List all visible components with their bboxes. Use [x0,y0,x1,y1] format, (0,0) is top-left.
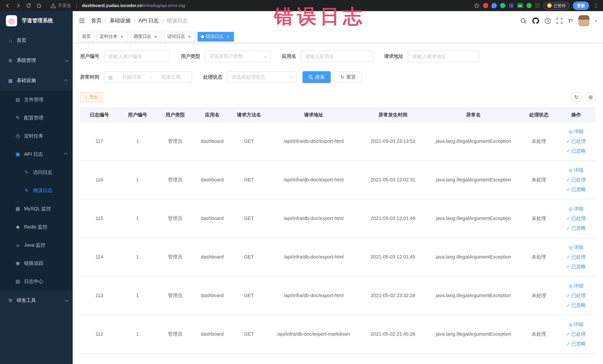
cell-app-name: dashboard [194,199,231,237]
sidebar-item-access-log[interactable]: ✎访问日志 [0,163,73,181]
sidebar-item-trace[interactable]: ◉链路追踪 [0,254,73,272]
sidebar-item-label: Java 监控 [24,242,68,248]
search-button[interactable]: 搜索 [302,71,331,83]
sidebar-item-mysql[interactable]: ▦MySQL 监控 [0,200,73,218]
user-type-select[interactable]: 请选择用户类型 [205,50,271,62]
avatar[interactable] [579,15,590,26]
export-button[interactable]: ↓ 导出 [80,92,103,102]
github-icon[interactable] [532,17,539,24]
detail-link[interactable]: ◎详细 [557,127,595,136]
action-label: 已处理 [571,291,586,300]
breadcrumb-item[interactable]: API 日志 [139,17,159,24]
detail-link[interactable]: ◎详细 [557,319,595,329]
processed-link[interactable]: ✓已处理 [557,213,595,223]
extension-icon[interactable] [535,3,540,8]
sidebar-item-error-log[interactable]: ✎错误日志 [0,181,73,200]
browser-menu-icon[interactable]: ⋮ [592,2,600,9]
sidebar-item-config[interactable]: ✎配置管理 [0,109,73,127]
font-size-icon[interactable]: TT [568,18,573,23]
breadcrumb-item[interactable]: 基础设施 [110,17,130,24]
column-settings-icon[interactable]: ⊞ [585,92,596,102]
processed-link[interactable]: ✓已处理 [557,329,595,339]
tab-close-icon[interactable]: × [153,34,158,39]
request-url-input[interactable] [412,54,475,59]
help-icon[interactable]: ? [545,18,551,24]
browser-back-icon[interactable] [4,1,12,10]
processed-link[interactable]: ✓已处理 [557,291,595,300]
sidebar-item-label: 链路追踪 [24,260,68,267]
timer-icon: ◷ [15,133,21,139]
app-logo[interactable]: 芋道管理系统 [0,11,73,30]
extension-icon[interactable] [526,3,532,8]
cell-time: 2021-05-02 21:45:28 [360,315,426,353]
browser-refresh-icon[interactable] [24,1,33,10]
tab-access-log[interactable]: 访问日志× [164,32,195,41]
ignored-link[interactable]: ✓已忽略 [557,146,595,156]
ignored-link[interactable]: ✓已忽略 [557,223,595,233]
detail-link[interactable]: ◎详细 [557,242,595,252]
cell-url: /api/infra/db-doc/export-html [267,160,360,199]
ignored-link[interactable]: ✓已忽略 [557,339,595,348]
ignored-link[interactable]: ✓已忽略 [557,262,595,271]
tab-job[interactable]: 定时任务× [96,32,128,41]
tab-close-icon[interactable]: × [187,34,192,39]
refresh-table-icon[interactable]: ↻ [571,92,582,102]
sidebar-item-log-center[interactable]: ▨日志中心 [0,272,73,290]
site-security-chip[interactable]: 不安全 [50,2,71,9]
gear-icon: ⚙ [7,58,13,63]
processed-link[interactable]: ✓已处理 [557,175,595,185]
sidebar-item-redis[interactable]: ◆Redis 监控 [0,218,73,236]
extension-icon[interactable] [492,3,497,8]
extension-on-badge[interactable]: on [517,3,523,8]
breadcrumb-item[interactable]: 首页 [91,17,102,24]
browser-home-icon[interactable] [35,1,43,10]
extension-icon[interactable] [500,3,505,8]
browser-update-button[interactable]: 更新 [573,1,589,10]
reset-button[interactable]: ↻ 重置 [334,71,362,83]
paused-badge[interactable]: 已暂停 [544,2,569,10]
sidebar-item-infra[interactable]: ▦基础设施 [0,70,73,91]
bookmark-star-icon[interactable] [474,3,480,9]
user-id-input[interactable] [108,54,165,59]
range-separator: - [151,74,152,80]
detail-link[interactable]: ◎详细 [557,204,595,213]
tab-close-icon[interactable]: × [225,34,231,39]
tab-home[interactable]: 首页 [79,32,94,41]
tab-error-log[interactable]: 错误日志× [197,32,234,41]
processed-link[interactable]: ✓已处理 [557,252,595,262]
search-icon[interactable] [521,18,527,24]
sidebar-item-home[interactable]: ⌂首页 [0,30,73,50]
detail-link[interactable]: ◎详细 [557,281,595,291]
emoji-face-icon [547,3,552,8]
process-status-select[interactable]: 请选择处理状态 [227,71,297,83]
check-icon: ✓ [567,252,570,262]
sidebar-item-job[interactable]: ◷定时任务 [0,127,73,145]
sidebar-item-java[interactable]: ☕Java 监控 [0,236,73,254]
database-icon: ▦ [15,206,21,211]
address-bar[interactable]: dashboard.yudao.iocoder.cn/infra/log/api… [82,3,468,8]
app-name-input[interactable] [305,54,369,59]
search-button-label: 搜索 [315,74,325,81]
ignored-link[interactable]: ✓已忽略 [557,300,595,310]
tab-close-icon[interactable]: × [119,34,125,39]
extension-grid-icon[interactable]: ⊞ [509,3,514,8]
logo-image [6,15,17,26]
user-id-field [104,50,170,62]
ignored-link[interactable]: ✓已忽略 [557,185,595,194]
processed-link[interactable]: ✓已处理 [557,136,595,146]
breadcrumb-item: 错误日志 [167,17,188,24]
sidebar-item-api-log[interactable]: ▣API 日志 [0,145,73,163]
sidebar-item-file[interactable]: ▤文件管理 [0,91,73,109]
chevron-down-icon [65,58,69,62]
sidebar-item-system[interactable]: ⚙系统管理 [0,50,73,70]
browser-forward-icon[interactable] [14,1,22,10]
fullscreen-icon[interactable] [557,18,562,24]
tab-job-log[interactable]: 调度日志× [130,32,162,41]
extension-icon[interactable] [483,3,488,8]
table-body: 1171管理员dashboardGET/api/infra/db-doc/exp… [80,122,595,353]
hamburger-icon[interactable] [79,18,85,24]
sidebar-item-devtools[interactable]: ⚒研发工具 [0,290,73,310]
exception-time-range-picker[interactable]: ▦ 开始日期 - 结束日期 [104,71,192,83]
navbar-icons: ? TT ▾ [521,15,597,26]
detail-link[interactable]: ◎详细 [557,165,595,175]
